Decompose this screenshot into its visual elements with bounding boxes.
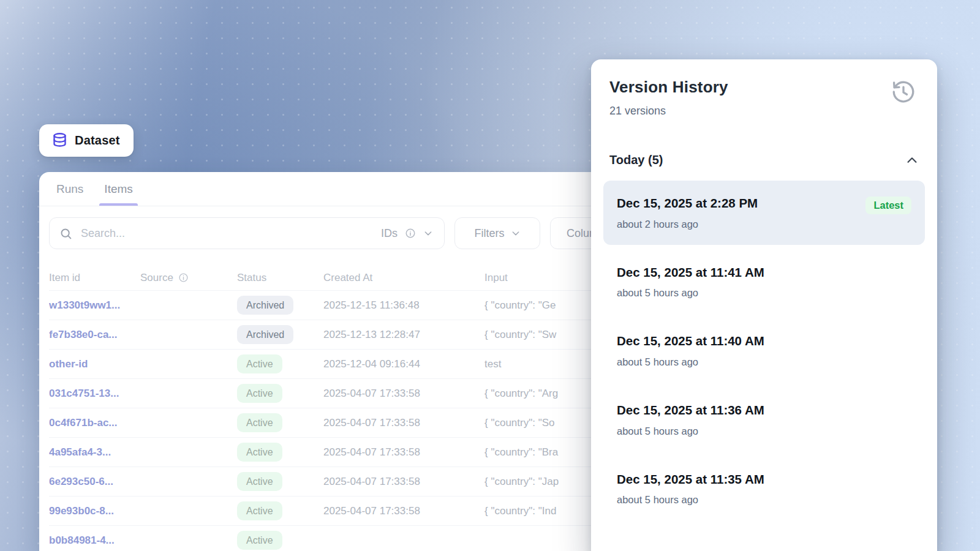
created-at-cell: 2025-12-04 09:16:44: [323, 358, 484, 370]
version-entry-title: Dec 15, 2025 at 11:41 AM: [617, 264, 764, 280]
filters-button-label: Filters: [475, 227, 505, 240]
version-entry-text: Dec 15, 2025 at 11:40 AM about 5 hours a…: [617, 333, 764, 368]
filters-button[interactable]: Filters: [454, 217, 540, 249]
version-entry-text: Dec 15, 2025 at 11:36 AM about 5 hours a…: [617, 402, 764, 437]
version-entry-title: Dec 15, 2025 at 11:36 AM: [617, 402, 764, 418]
item-id-link[interactable]: 4a95afa4-3...: [49, 446, 140, 459]
version-entry[interactable]: Dec 15, 2025 at 11:35 AM about 5 hours a…: [603, 457, 925, 521]
version-entry-text: Dec 15, 2025 at 11:41 AM about 5 hours a…: [617, 264, 764, 299]
database-icon: [51, 132, 68, 149]
dataset-badge[interactable]: Dataset: [39, 124, 134, 157]
status-cell: Active: [237, 443, 323, 462]
chevron-down-icon: [423, 228, 433, 238]
status-badge: Active: [237, 531, 282, 550]
created-at-cell: 2025-04-07 17:33:58: [323, 505, 484, 517]
info-icon: [178, 272, 189, 283]
status-cell: Active: [237, 472, 323, 491]
status-badge: Active: [237, 384, 282, 403]
search-input[interactable]: [81, 227, 372, 240]
item-id-link[interactable]: other-id: [49, 358, 140, 370]
search-icon: [59, 227, 72, 240]
column-header-created-at[interactable]: Created At: [323, 272, 484, 284]
version-entry-title: Dec 15, 2025 at 11:40 AM: [617, 333, 764, 349]
status-badge: Active: [237, 413, 282, 432]
created-at-cell: 2025-04-07 17:33:58: [323, 417, 484, 429]
tab-runs[interactable]: Runs: [56, 172, 83, 206]
version-entry-title: Dec 15, 2025 at 11:35 AM: [617, 471, 764, 487]
version-entry-text: Dec 15, 2025 at 11:35 AM about 5 hours a…: [617, 471, 764, 506]
status-badge: Active: [237, 354, 282, 373]
status-cell: Active: [237, 501, 323, 520]
created-at-cell: 2025-04-07 17:33:58: [323, 388, 484, 400]
version-entry-subtitle: about 5 hours ago: [617, 494, 764, 506]
version-entry-subtitle: about 5 hours ago: [617, 425, 764, 437]
item-id-link[interactable]: b0b84981-4...: [49, 534, 140, 547]
status-badge: Active: [237, 443, 282, 462]
column-header-source[interactable]: Source: [140, 272, 237, 284]
item-id-link[interactable]: 99e93b0c-8...: [49, 505, 140, 517]
dataset-badge-label: Dataset: [75, 133, 120, 148]
created-at-cell: 2025-12-13 12:28:47: [323, 329, 484, 341]
info-icon: [405, 228, 416, 239]
version-entry[interactable]: Dec 15, 2025 at 2:28 PM about 2 hours ag…: [603, 181, 925, 245]
created-at-cell: 2025-04-07 17:33:58: [323, 446, 484, 459]
chevron-down-icon: [511, 228, 521, 238]
item-id-link[interactable]: w1330t9ww1...: [49, 299, 140, 312]
history-icon[interactable]: [891, 79, 916, 105]
status-cell: Active: [237, 413, 323, 432]
version-group-label: Today (5): [609, 153, 663, 167]
column-header-source-label: Source: [140, 272, 173, 284]
version-entry-subtitle: about 5 hours ago: [617, 287, 764, 299]
tab-items[interactable]: Items: [104, 172, 132, 206]
version-entry[interactable]: Dec 15, 2025 at 11:41 AM about 5 hours a…: [603, 250, 925, 314]
status-cell: Active: [237, 531, 323, 550]
status-badge: Active: [237, 472, 282, 491]
status-badge: Archived: [237, 296, 293, 315]
item-id-link[interactable]: 031c4751-13...: [49, 388, 140, 400]
version-history-header: Version History 21 versions: [591, 78, 937, 118]
ids-dropdown-label: IDs: [381, 227, 398, 240]
version-entry-subtitle: about 2 hours ago: [617, 219, 758, 230]
item-id-link[interactable]: 6e293c50-6...: [49, 476, 140, 488]
version-group-today[interactable]: Today (5): [591, 153, 937, 167]
status-cell: Active: [237, 384, 323, 403]
item-id-link[interactable]: fe7b38e0-ca...: [49, 329, 140, 341]
version-entry-text: Dec 15, 2025 at 2:28 PM about 2 hours ag…: [617, 195, 758, 230]
chevron-up-icon[interactable]: [905, 154, 919, 167]
status-cell: Active: [237, 354, 323, 373]
version-history-panel: Version History 21 versions Today (5) De…: [591, 59, 937, 551]
ids-dropdown[interactable]: IDs: [381, 227, 433, 240]
status-cell: Archived: [237, 325, 323, 344]
status-cell: Archived: [237, 296, 323, 315]
version-entry[interactable]: Dec 15, 2025 at 11:40 AM about 5 hours a…: [603, 318, 925, 383]
column-header-status[interactable]: Status: [237, 272, 323, 284]
column-header-item-id[interactable]: Item id: [49, 272, 140, 284]
latest-badge: Latest: [865, 197, 911, 214]
created-at-cell: 2025-12-15 11:36:48: [323, 299, 484, 312]
version-count: 21 versions: [609, 105, 919, 118]
version-history-title: Version History: [609, 78, 919, 97]
status-badge: Active: [237, 501, 282, 520]
version-list: Dec 15, 2025 at 2:28 PM about 2 hours ag…: [591, 181, 937, 520]
search-box[interactable]: IDs: [49, 217, 445, 249]
item-id-link[interactable]: 0c4f671b-ac...: [49, 417, 140, 429]
version-entry-title: Dec 15, 2025 at 2:28 PM: [617, 195, 758, 211]
version-entry[interactable]: Dec 15, 2025 at 11:36 AM about 5 hours a…: [603, 388, 925, 452]
created-at-cell: 2025-04-07 17:33:58: [323, 476, 484, 488]
status-badge: Archived: [237, 325, 293, 344]
version-entry-subtitle: about 5 hours ago: [617, 356, 764, 368]
